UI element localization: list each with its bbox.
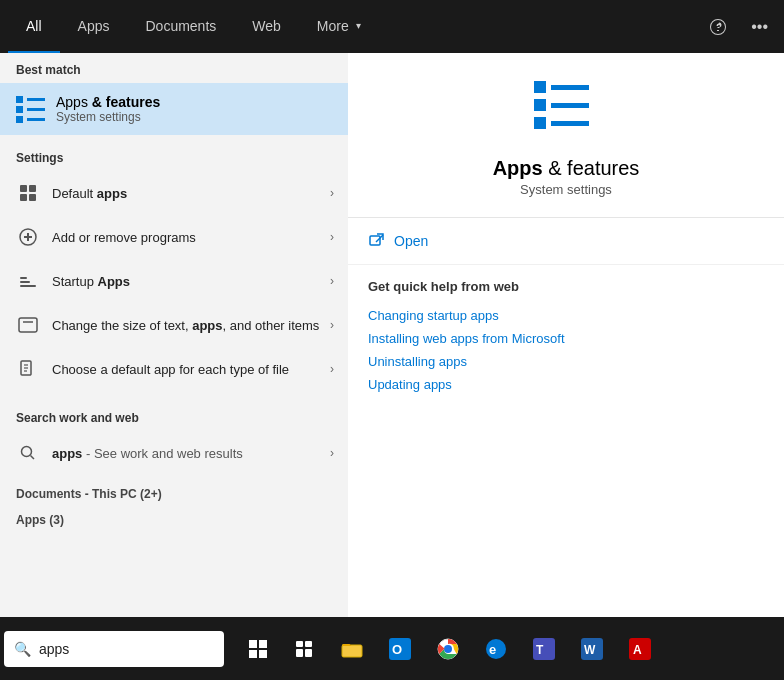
- svg-point-32: [444, 645, 452, 653]
- svg-rect-3: [29, 194, 36, 201]
- svg-text:e: e: [489, 642, 496, 657]
- settings-item-add-remove[interactable]: Add or remove programs ›: [0, 215, 348, 259]
- svg-rect-1: [29, 185, 36, 192]
- nav-right-buttons: •••: [701, 14, 776, 40]
- svg-rect-10: [19, 318, 37, 332]
- quick-help-link-1[interactable]: Changing startup apps: [368, 304, 764, 327]
- best-match-text: Apps & features System settings: [56, 94, 160, 124]
- top-nav: All Apps Documents Web More ▾ •••: [0, 0, 784, 53]
- settings-item-text-size[interactable]: Change the size of text, apps, and other…: [0, 303, 348, 347]
- svg-rect-27: [305, 649, 312, 657]
- chevron-right-icon-2: ›: [330, 230, 334, 244]
- settings-section: Settings Default apps › Add or remove pr…: [0, 135, 348, 397]
- best-match-item[interactable]: Apps & features System settings: [0, 83, 348, 135]
- svg-rect-25: [305, 641, 312, 647]
- best-match-label: Best match: [0, 53, 348, 83]
- tab-documents[interactable]: Documents: [127, 0, 234, 53]
- default-file-icon: [14, 355, 42, 383]
- svg-rect-2: [20, 194, 27, 201]
- svg-text:O: O: [392, 642, 402, 657]
- quick-help-link-4[interactable]: Updating apps: [368, 373, 764, 396]
- more-options-icon[interactable]: •••: [743, 14, 776, 40]
- svg-rect-7: [20, 285, 36, 287]
- chevron-right-icon-5: ›: [330, 362, 334, 376]
- search-web-item[interactable]: apps - See work and web results ›: [0, 431, 348, 475]
- quick-help-title: Get quick help from web: [368, 279, 764, 294]
- search-web-label: Search work and web: [0, 401, 348, 431]
- feedback-icon[interactable]: [701, 14, 735, 40]
- settings-item-default-file[interactable]: Choose a default app for each type of fi…: [0, 347, 348, 391]
- svg-rect-24: [296, 641, 303, 647]
- app-icon-large: [534, 81, 598, 145]
- svg-rect-26: [296, 649, 303, 657]
- apps-features-icon: [14, 93, 46, 125]
- right-header: Apps & features System settings: [348, 53, 784, 218]
- text-size-icon: [14, 311, 42, 339]
- search-icon: [14, 439, 42, 467]
- open-icon: [368, 232, 386, 250]
- open-button[interactable]: Open: [348, 218, 784, 265]
- documents-group-label: Documents - This PC (2+): [0, 479, 348, 505]
- task-view-button[interactable]: [282, 627, 326, 671]
- taskbar-search-box[interactable]: 🔍: [4, 631, 224, 667]
- settings-item-startup-apps[interactable]: Startup Apps ›: [0, 259, 348, 303]
- svg-rect-23: [259, 650, 267, 658]
- settings-label: Settings: [0, 141, 348, 171]
- teams-button[interactable]: T: [522, 627, 566, 671]
- best-match-title-bold: & features: [88, 94, 160, 110]
- svg-text:W: W: [584, 643, 596, 657]
- search-web-query: apps - See work and web results: [52, 446, 330, 461]
- chevron-right-icon: ›: [330, 186, 334, 200]
- tab-apps[interactable]: Apps: [60, 0, 128, 53]
- svg-rect-21: [259, 640, 267, 648]
- startup-apps-label: Startup Apps: [52, 274, 330, 289]
- acrobat-button[interactable]: A: [618, 627, 662, 671]
- quick-help-link-3[interactable]: Uninstalling apps: [368, 350, 764, 373]
- main-container: Best match Apps & features System settin…: [0, 53, 784, 670]
- outlook-button[interactable]: O: [378, 627, 422, 671]
- svg-point-16: [22, 447, 32, 457]
- taskbar-search-input[interactable]: [39, 641, 199, 657]
- quick-help-section: Get quick help from web Changing startup…: [348, 265, 784, 410]
- search-web-section: Search work and web apps - See work and …: [0, 397, 348, 479]
- word-button[interactable]: W: [570, 627, 614, 671]
- default-file-label: Choose a default app for each type of fi…: [52, 362, 330, 377]
- default-apps-icon: [14, 179, 42, 207]
- svg-rect-0: [20, 185, 27, 192]
- svg-rect-20: [249, 640, 257, 648]
- best-match-title-plain: Apps: [56, 94, 88, 110]
- add-remove-icon: [14, 223, 42, 251]
- svg-rect-22: [249, 650, 257, 658]
- settings-item-default-apps[interactable]: Default apps ›: [0, 171, 348, 215]
- chevron-right-icon-3: ›: [330, 274, 334, 288]
- tab-all[interactable]: All: [8, 0, 60, 53]
- open-label: Open: [394, 233, 428, 249]
- right-panel: Apps & features System settings Open Get…: [348, 53, 784, 670]
- quick-help-link-2[interactable]: Installing web apps from Microsoft: [368, 327, 764, 350]
- left-panel: Best match Apps & features System settin…: [0, 53, 348, 670]
- apps-group-label: Apps (3): [0, 505, 348, 531]
- app-title: Apps & features: [493, 157, 640, 180]
- svg-rect-28: [342, 645, 362, 657]
- svg-text:T: T: [536, 643, 544, 657]
- chevron-right-icon-4: ›: [330, 318, 334, 332]
- svg-line-17: [31, 456, 35, 460]
- startup-apps-icon: [14, 267, 42, 295]
- tab-more[interactable]: More ▾: [299, 0, 379, 53]
- chrome-button[interactable]: [426, 627, 470, 671]
- svg-rect-9: [20, 277, 27, 279]
- chevron-right-icon-6: ›: [330, 446, 334, 460]
- tab-web[interactable]: Web: [234, 0, 299, 53]
- edge-button[interactable]: e: [474, 627, 518, 671]
- taskbar-search-icon: 🔍: [14, 641, 31, 657]
- text-size-label: Change the size of text, apps, and other…: [52, 318, 330, 333]
- svg-rect-8: [20, 281, 30, 283]
- windows-start-button[interactable]: [236, 627, 280, 671]
- default-apps-label: Default apps: [52, 186, 330, 201]
- app-subtitle: System settings: [520, 182, 612, 197]
- file-explorer-button[interactable]: [330, 627, 374, 671]
- best-match-subtitle: System settings: [56, 110, 160, 124]
- chevron-down-icon: ▾: [356, 20, 361, 31]
- svg-text:A: A: [633, 643, 642, 657]
- add-remove-label: Add or remove programs: [52, 230, 330, 245]
